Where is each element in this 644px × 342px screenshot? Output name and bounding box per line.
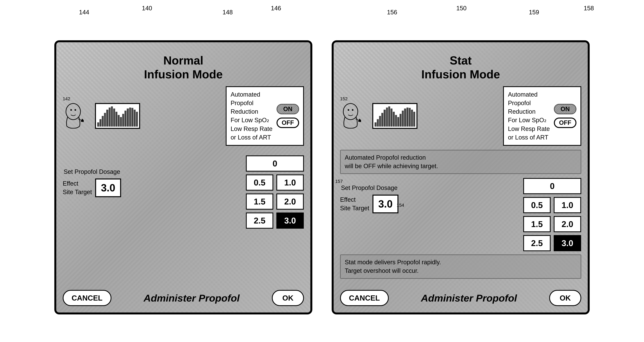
ref-150: 150 — [456, 5, 466, 12]
left-zero-cell[interactable]: 0 — [246, 156, 304, 172]
left-ctrl-line1: Automated — [230, 90, 272, 99]
right-title-line2: Infusion Mode — [340, 68, 581, 81]
right-cancel-button[interactable]: CANCEL — [340, 290, 389, 306]
left-ctrl-line6: or Loss of ART — [230, 133, 272, 142]
left-ctrl-line3: Reduction — [230, 108, 272, 116]
left-dosage-label: Set Propofol Dosage — [63, 168, 121, 175]
right-head-area: 152 — [340, 103, 364, 129]
left-bottom-bar: CANCEL Administer Propofol OK — [63, 290, 304, 306]
right-target-value: 3.0 — [372, 194, 398, 213]
svg-point-2 — [74, 109, 76, 111]
left-cell-30[interactable]: 3.0 — [276, 212, 304, 229]
right-dosage-grid-area: 0 0.5 1.0 1.5 2.0 2.5 3.0 — [523, 178, 581, 251]
right-middle: 157 Set Propofol Dosage Effect Site Targ… — [340, 178, 581, 251]
left-cell-05[interactable]: 0.5 — [246, 174, 273, 190]
right-ok-button[interactable]: OK — [549, 290, 581, 306]
right-on-button[interactable]: ON — [554, 104, 576, 114]
left-on-button[interactable]: ON — [276, 104, 299, 114]
left-chart-box — [95, 103, 140, 129]
left-controls-text: Automated Propofol Reduction For Low SpO… — [230, 90, 272, 142]
left-cell-20[interactable]: 2.0 — [276, 194, 304, 210]
right-controls-buttons: ON OFF — [554, 104, 576, 128]
right-controls-text: Automated Propofol Reduction For Low SpO… — [508, 90, 550, 142]
left-title-line1: Normal — [63, 54, 304, 68]
right-ctrl-line2: Propofol — [508, 99, 550, 108]
right-dosage-label: 157 Set Propofol Dosage — [340, 184, 398, 192]
left-off-button[interactable]: OFF — [276, 118, 299, 128]
svg-point-1 — [70, 109, 72, 111]
right-administer-label: Administer Propofol — [421, 292, 517, 304]
right-notification-text: Automated Propofol reductionwill be OFF … — [345, 154, 438, 170]
ref-158: 158 — [584, 5, 594, 12]
ref-157-label: 157 — [335, 179, 343, 184]
left-ctrl-line4: For Low SpO₂ — [230, 116, 272, 124]
ref-144: 144 — [79, 9, 89, 16]
ref-152-label: 152 — [340, 96, 348, 102]
ref-146: 146 — [271, 5, 281, 12]
ref-142-label: 142 — [63, 96, 70, 102]
left-middle: Set Propofol Dosage Effect Site Target 3… — [63, 156, 304, 229]
right-dosage-section: 157 Set Propofol Dosage Effect Site Targ… — [340, 184, 398, 213]
left-ctrl-line2: Propofol — [230, 99, 272, 108]
right-cell-30[interactable]: 3.0 — [554, 235, 581, 251]
right-panel-title: Stat Infusion Mode — [340, 54, 581, 82]
right-cell-10[interactable]: 1.0 — [554, 197, 581, 213]
left-cell-25[interactable]: 2.5 — [246, 212, 273, 229]
ref-140: 140 — [142, 5, 152, 12]
left-chart-inner — [96, 104, 139, 128]
left-administer-label: Administer Propofol — [144, 292, 240, 304]
right-off-button[interactable]: OFF — [554, 118, 576, 128]
right-stat-text: Stat mode delivers Propofol rapidly.Targ… — [345, 259, 441, 274]
right-effect-label: Effect Site Target — [340, 196, 369, 212]
left-cell-10[interactable]: 1.0 — [276, 174, 304, 190]
right-bottom-bar: CANCEL Administer Propofol OK — [340, 290, 581, 306]
left-title-line2: Infusion Mode — [63, 68, 304, 81]
right-zero-cell[interactable]: 0 — [523, 178, 581, 194]
right-cell-15[interactable]: 1.5 — [523, 216, 551, 232]
head-icon-left — [63, 103, 84, 128]
right-ctrl-line3: Reduction — [508, 108, 550, 116]
right-stat-box: Stat mode delivers Propofol rapidly.Targ… — [340, 254, 581, 279]
svg-point-0 — [66, 104, 80, 120]
right-target-area: 154 3.0 — [372, 194, 398, 213]
left-dosage-grid-area: 0 0.5 1.0 1.5 2.0 2.5 3.0 — [246, 156, 304, 229]
left-effect-line1: Effect — [63, 179, 92, 188]
right-cell-25[interactable]: 2.5 — [523, 235, 551, 251]
left-head-area: 142 — [63, 103, 87, 129]
page-container: 144 140 148 146 156 150 159 158 Normal I… — [0, 0, 644, 342]
right-title-line1: Stat — [340, 54, 581, 68]
left-controls-buttons: ON OFF — [276, 104, 299, 128]
right-effect-line2: Site Target — [340, 204, 369, 212]
ref-159: 159 — [529, 9, 539, 16]
right-zero-row: 0 — [523, 178, 581, 194]
panels-row: Normal Infusion Mode 142 — [54, 40, 590, 314]
head-icon-right — [340, 103, 361, 128]
right-controls-box: Automated Propofol Reduction For Low SpO… — [503, 86, 581, 146]
left-controls-box: Automated Propofol Reduction For Low SpO… — [226, 86, 304, 146]
left-ctrl-line5: Low Resp Rate — [230, 125, 272, 133]
left-panel-inner: Normal Infusion Mode 142 — [56, 42, 310, 312]
left-zero-row: 0 — [246, 156, 304, 172]
left-effect-line2: Site Target — [63, 188, 92, 196]
right-ctrl-line5: Low Resp Rate — [508, 125, 550, 133]
right-notification-box: Automated Propofol reductionwill be OFF … — [340, 150, 581, 174]
right-grid: 0.5 1.0 1.5 2.0 2.5 3.0 — [523, 197, 581, 251]
right-ctrl-line1: Automated — [508, 90, 550, 99]
left-cell-15[interactable]: 1.5 — [246, 194, 273, 210]
left-dosage-section: Set Propofol Dosage Effect Site Target 3… — [63, 168, 121, 197]
right-cell-20[interactable]: 2.0 — [554, 216, 581, 232]
left-panel-title: Normal Infusion Mode — [63, 54, 304, 82]
left-effect-row: Effect Site Target 3.0 — [63, 178, 121, 197]
right-effect-row: Effect Site Target 154 3.0 — [340, 194, 398, 213]
left-grid: 0.5 1.0 1.5 2.0 2.5 3.0 — [246, 174, 304, 229]
svg-point-4 — [343, 104, 358, 120]
left-effect-label: Effect Site Target — [63, 179, 92, 196]
ref-154-label: 154 — [397, 203, 404, 208]
left-cancel-button[interactable]: CANCEL — [63, 290, 112, 306]
right-dosage-label-text: Set Propofol Dosage — [341, 184, 398, 191]
right-cell-05[interactable]: 0.5 — [523, 197, 551, 213]
left-ok-button[interactable]: OK — [272, 290, 304, 306]
right-ctrl-line4: For Low SpO₂ — [508, 116, 550, 124]
right-chart-inner — [373, 104, 416, 128]
svg-point-5 — [348, 109, 349, 111]
